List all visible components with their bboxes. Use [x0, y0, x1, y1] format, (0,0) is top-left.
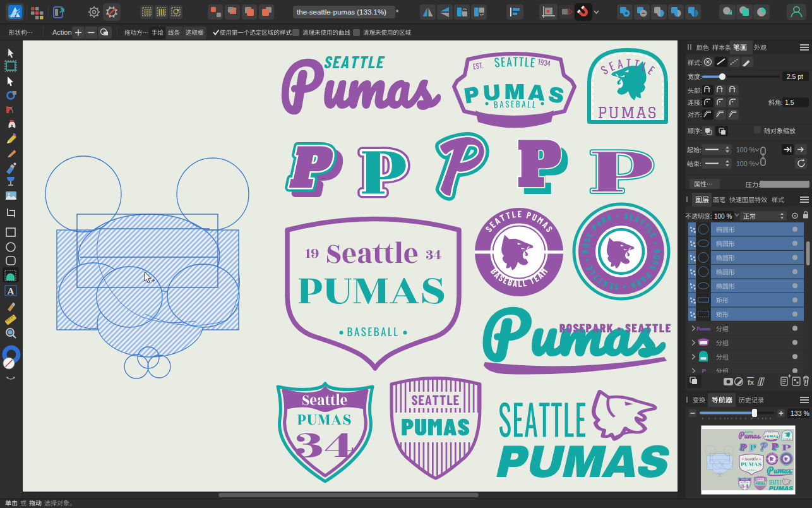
svg-text:A: A [8, 286, 15, 296]
svg-text:100 %: 100 % [736, 160, 755, 167]
svg-text:Pumas: Pumas [696, 326, 711, 332]
svg-text:2.5 pt: 2.5 pt [787, 73, 803, 80]
svg-text:Action:: Action: [52, 28, 74, 36]
svg-text:*: * [396, 8, 399, 17]
svg-text:133 %: 133 % [791, 409, 809, 417]
svg-text:the-seattle-pumas (133.1%): the-seattle-pumas (133.1%) [297, 8, 386, 16]
svg-text:100 %: 100 % [736, 146, 755, 154]
svg-text:fx: fx [748, 378, 755, 386]
svg-text:1.5: 1.5 [785, 99, 794, 106]
svg-text:100 %: 100 % [714, 213, 732, 220]
